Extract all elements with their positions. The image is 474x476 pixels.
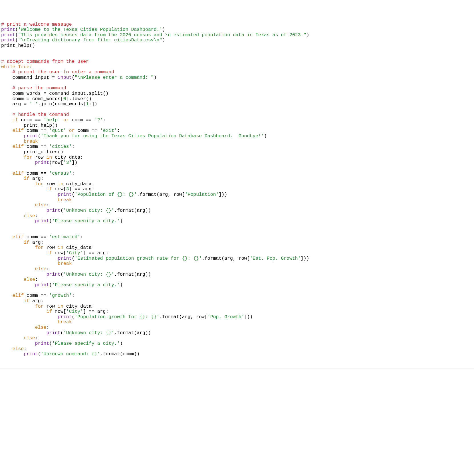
- divider: [0, 368, 474, 368]
- code-block: # print a welcome message print('Welcome…: [0, 21, 474, 359]
- blank-space: [0, 374, 474, 476]
- code-content: # print a welcome message print('Welcome…: [1, 22, 309, 357]
